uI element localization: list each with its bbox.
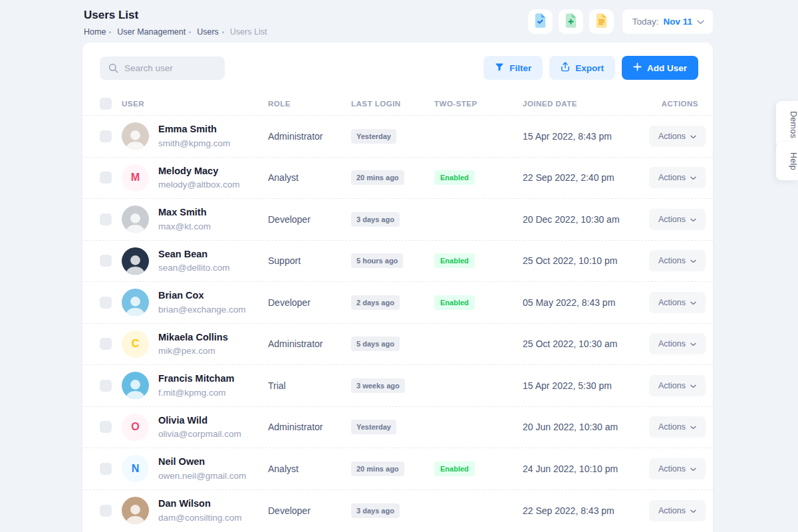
row-checkbox[interactable] [100, 255, 112, 267]
role-cell: Developer [268, 214, 351, 225]
chevron-down-icon [690, 132, 696, 141]
two-step-badge: Enabled [434, 170, 475, 185]
breadcrumb-item-user-management[interactable]: User Management [117, 27, 186, 37]
row-checkbox[interactable] [100, 505, 112, 517]
column-header-last-login: LAST LOGIN [351, 100, 434, 108]
table-row: Francis Mitcham f.mit@kpmg.com Trial 3 w… [82, 365, 713, 407]
role-cell: Administrator [268, 338, 351, 349]
toolbar-actions: Filter Export Add User [483, 56, 698, 80]
two-step-cell: Enabled [434, 170, 523, 185]
row-actions-button[interactable]: Actions [649, 333, 706, 354]
user-identity: Neil Owen owen.neil@gmail.com [158, 457, 246, 480]
row-checkbox[interactable] [100, 172, 112, 184]
row-actions-button[interactable]: Actions [649, 250, 706, 271]
two-step-cell: Enabled [434, 462, 523, 476]
last-login-badge: 5 hours ago [351, 253, 403, 268]
row-checkbox[interactable] [100, 380, 112, 392]
row-actions-button[interactable]: Actions [649, 292, 706, 313]
user-name: Mikaela Collins [158, 332, 228, 342]
user-identity: Max Smith max@kt.com [158, 207, 211, 231]
two-step-cell: Enabled [434, 295, 523, 310]
actions-button-label: Actions [658, 256, 686, 265]
column-header-actions: ACTIONS [649, 100, 698, 108]
table-row: N Neil Owen owen.neil@gmail.com Analyst … [82, 448, 713, 490]
filter-button[interactable]: Filter [483, 56, 543, 80]
joined-date-cell: 15 Apr 2022, 8:43 pm [523, 131, 649, 142]
joined-date-cell: 25 Oct 2022, 10:10 pm [523, 255, 649, 266]
actions-button-label: Actions [658, 506, 686, 515]
row-actions-button[interactable]: Actions [649, 500, 706, 521]
breadcrumb-separator-dot [189, 31, 191, 33]
actions-button-label: Actions [658, 464, 686, 473]
user-cell: N Neil Owen owen.neil@gmail.com [122, 455, 268, 482]
row-checkbox[interactable] [100, 130, 112, 142]
breadcrumb-separator-dot [222, 31, 224, 33]
user-identity: Melody Macy melody@altbox.com [158, 166, 240, 190]
file-check-quick-button[interactable] [528, 9, 553, 34]
table-header-row: USER ROLE LAST LOGIN TWO-STEP JOINED DAT… [82, 92, 713, 116]
file-plus-quick-button[interactable] [559, 9, 583, 34]
user-cell: Sean Bean sean@dellito.com [122, 247, 268, 275]
row-checkbox[interactable] [100, 213, 112, 225]
breadcrumb-item-users[interactable]: Users [197, 27, 219, 37]
avatar: O [122, 414, 149, 441]
file-lines-quick-button[interactable] [589, 9, 614, 34]
row-actions-button[interactable]: Actions [649, 416, 706, 438]
users-card: Filter Export Add User USER ROLE LAST LO… [82, 43, 713, 532]
row-checkbox[interactable] [100, 463, 112, 475]
role-cell: Administrator [268, 422, 351, 432]
row-actions-button[interactable]: Actions [649, 209, 706, 230]
export-button[interactable]: Export [549, 56, 615, 80]
date-selector-button[interactable]: Today: Nov 11 [622, 9, 713, 34]
table-row: M Melody Macy melody@altbox.com Analyst … [82, 158, 713, 200]
add-user-button[interactable]: Add User [622, 56, 698, 80]
chevron-down-icon [697, 17, 704, 27]
last-login-cell: 20 mins ago [351, 462, 434, 476]
row-checkbox[interactable] [100, 421, 112, 433]
last-login-cell: 5 hours ago [351, 253, 434, 268]
user-email: owen.neil@gmail.com [158, 471, 246, 481]
last-login-cell: 20 mins ago [351, 170, 434, 185]
row-checkbox[interactable] [100, 297, 112, 309]
joined-date-cell: 25 Oct 2022, 10:30 am [523, 338, 649, 349]
chevron-down-icon [690, 215, 696, 224]
user-cell: M Melody Macy melody@altbox.com [122, 164, 268, 192]
row-actions-button[interactable]: Actions [649, 126, 706, 147]
actions-cell: Actions [649, 416, 706, 438]
actions-cell: Actions [649, 500, 706, 521]
last-login-badge: 20 mins ago [351, 170, 404, 185]
search-icon [108, 63, 118, 76]
card-toolbar: Filter Export Add User [82, 43, 713, 80]
user-email: sean@dellito.com [158, 263, 230, 273]
breadcrumb-item-home[interactable]: Home [84, 27, 106, 37]
last-login-badge: 5 days ago [351, 336, 400, 351]
avatar: C [122, 331, 149, 358]
row-checkbox[interactable] [100, 338, 112, 350]
header-actions: Today: Nov 11 [528, 9, 713, 34]
last-login-badge: Yesterday [351, 129, 396, 144]
actions-button-label: Actions [658, 298, 686, 307]
joined-date-cell: 20 Jun 2022, 10:30 am [523, 422, 649, 432]
file-plus-icon [565, 13, 577, 30]
side-tab-demos[interactable]: Demos [776, 101, 798, 148]
table-row: C Mikaela Collins mik@pex.com Administra… [82, 324, 713, 366]
avatar [122, 372, 149, 399]
side-tab-help[interactable]: Help [776, 142, 798, 180]
user-identity: Sean Bean sean@dellito.com [158, 249, 230, 273]
user-name: Francis Mitcham [158, 374, 234, 384]
column-header-joined-date: JOINED DATE [523, 100, 649, 108]
column-header-user: USER [122, 100, 268, 108]
select-all-checkbox[interactable] [100, 98, 112, 110]
last-login-badge: 3 weeks ago [351, 378, 405, 393]
row-actions-button[interactable]: Actions [649, 375, 706, 396]
file-lines-icon [595, 13, 608, 30]
chevron-down-icon [690, 422, 696, 432]
search-input[interactable] [100, 57, 225, 80]
column-header-two-step: TWO-STEP [434, 100, 523, 108]
actions-cell: Actions [649, 333, 706, 354]
user-identity: Brian Cox brian@exchange.com [158, 291, 246, 314]
actions-cell: Actions [649, 292, 706, 313]
row-actions-button[interactable]: Actions [649, 167, 706, 188]
row-actions-button[interactable]: Actions [649, 458, 706, 479]
chevron-down-icon [690, 173, 696, 182]
